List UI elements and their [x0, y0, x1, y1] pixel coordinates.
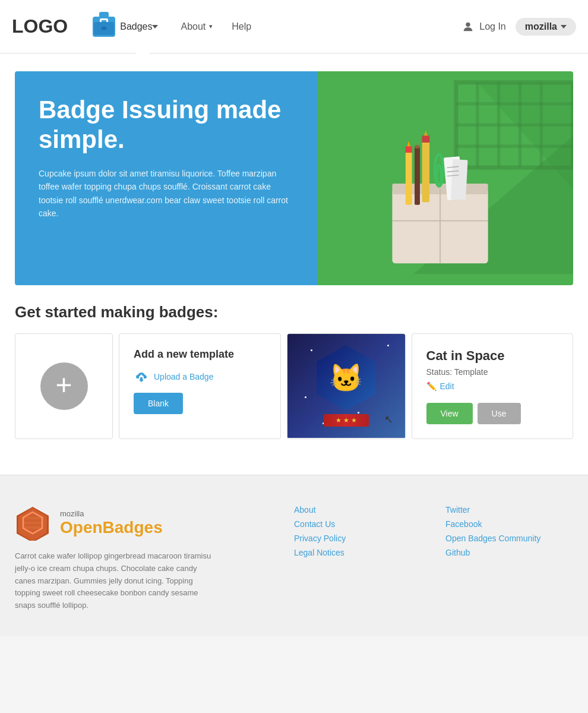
section-title: Get started making badges:	[15, 303, 573, 321]
help-nav-link[interactable]: Help	[222, 17, 261, 37]
badge-info-card: Cat in Space Status: Template ✏️ Edit Vi…	[412, 333, 574, 439]
add-new-card[interactable]: +	[15, 333, 113, 439]
hero-body: Cupcake ipsum dolor sit amet tiramisu li…	[39, 167, 294, 220]
add-plus-circle: +	[40, 362, 88, 410]
mozilla-chevron-icon	[561, 25, 567, 29]
footer-description: Carrot cake wafer lollipop gingerbread m…	[15, 550, 217, 612]
footer-inner: mozilla OpenBadges Carrot cake wafer lol…	[15, 505, 573, 612]
view-button[interactable]: View	[426, 403, 473, 424]
footer-contact-link[interactable]: Contact Us	[294, 519, 422, 529]
login-button[interactable]: Log In	[452, 15, 515, 38]
footer-openbadges-text: OpenBadges	[60, 518, 163, 537]
about-chevron-icon: ▾	[209, 23, 213, 30]
footer-about-link[interactable]: About	[294, 505, 422, 515]
cloud-upload-icon	[134, 370, 149, 383]
edit-link[interactable]: Edit	[440, 381, 454, 391]
cursor-icon: ↖	[384, 413, 393, 426]
hero-section: Badge Issuing made simple. Cupcake ipsum…	[15, 71, 573, 285]
header-dropdown-triangle	[135, 53, 150, 60]
hex-badge-shape: 🐱	[314, 345, 379, 411]
hero-svg-illustration	[318, 71, 573, 285]
svg-rect-26	[451, 159, 468, 200]
footer-facebook-link[interactable]: Facebook	[445, 519, 573, 529]
footer-brand-text: mozilla OpenBadges	[60, 509, 163, 537]
footer-legal-link[interactable]: Legal Notices	[294, 548, 422, 557]
login-label: Log In	[479, 21, 505, 32]
svg-rect-18	[415, 146, 420, 205]
badge-info-top: Cat in Space Status: Template ✏️ Edit	[426, 348, 559, 403]
hero-title: Badge Issuing made simple.	[39, 95, 294, 155]
badges-chevron-icon	[152, 25, 158, 29]
footer-twitter-link[interactable]: Twitter	[445, 505, 573, 515]
footer-open-badges-community-link[interactable]: Open Badges Community	[445, 534, 573, 543]
badge-preview-card: 🐱 ★ ★ ★ ↖	[287, 333, 406, 439]
hero-right-panel	[318, 71, 573, 285]
briefcase-icon	[93, 17, 115, 37]
svg-rect-20	[422, 141, 430, 202]
logo: LOGO	[12, 15, 68, 37]
svg-rect-15	[406, 152, 412, 205]
svg-rect-17	[406, 146, 412, 153]
badge-status: Status: Template	[426, 367, 559, 377]
footer-logo-hex	[15, 505, 50, 541]
upload-row: Upload a Badge	[134, 370, 266, 383]
pencil-icon: ✏️	[426, 381, 437, 391]
template-card: Add a new template Upload a Badge Blank	[119, 333, 281, 439]
svg-rect-22	[422, 135, 430, 143]
mozilla-dropdown[interactable]: mozilla	[516, 18, 576, 36]
footer-brand: mozilla OpenBadges Carrot cake wafer lol…	[15, 505, 270, 612]
badge-name: Cat in Space	[426, 348, 559, 364]
footer-github-link[interactable]: Github	[445, 548, 573, 557]
template-card-title: Add a new template	[134, 348, 266, 361]
footer: mozilla OpenBadges Carrot cake wafer lol…	[0, 475, 588, 636]
footer-privacy-link[interactable]: Privacy Policy	[294, 534, 422, 543]
footer-logo-row: mozilla OpenBadges	[15, 505, 270, 541]
badge-action-buttons: View Use	[426, 403, 559, 424]
footer-social: Twitter Facebook Open Badges Community G…	[445, 505, 573, 612]
plus-icon: +	[55, 371, 72, 399]
main-content: Get started making badges: + Add a new t…	[15, 303, 573, 439]
use-button[interactable]: Use	[478, 403, 521, 424]
badges-button[interactable]: Badges	[86, 12, 165, 42]
footer-mozilla-text: mozilla	[60, 509, 163, 518]
hex-badge-container: 🐱	[314, 345, 379, 411]
edit-row: ✏️ Edit	[426, 381, 559, 391]
hero-illustration	[318, 71, 573, 285]
badge-image-area: 🐱 ★ ★ ★ ↖	[287, 334, 405, 438]
blank-button[interactable]: Blank	[134, 393, 183, 414]
footer-links: About Contact Us Privacy Policy Legal No…	[294, 505, 422, 612]
upload-badge-link[interactable]: Upload a Badge	[154, 372, 213, 381]
cards-row: + Add a new template Upload a Badge	[15, 333, 573, 439]
badges-label: Badges	[120, 21, 152, 32]
person-icon	[461, 20, 475, 33]
about-nav-link[interactable]: About ▾	[171, 17, 222, 37]
badge-ribbon: ★ ★ ★	[324, 414, 369, 427]
footer-badges-text: Badges	[103, 518, 163, 537]
mozilla-label: mozilla	[525, 21, 557, 32]
hero-left-panel: Badge Issuing made simple. Cupcake ipsum…	[15, 71, 318, 285]
svg-point-0	[466, 22, 470, 26]
header: LOGO Badges About ▾ Help Log In mozilla	[0, 0, 588, 53]
footer-open-text: Open	[60, 518, 103, 537]
svg-rect-19	[415, 145, 419, 148]
